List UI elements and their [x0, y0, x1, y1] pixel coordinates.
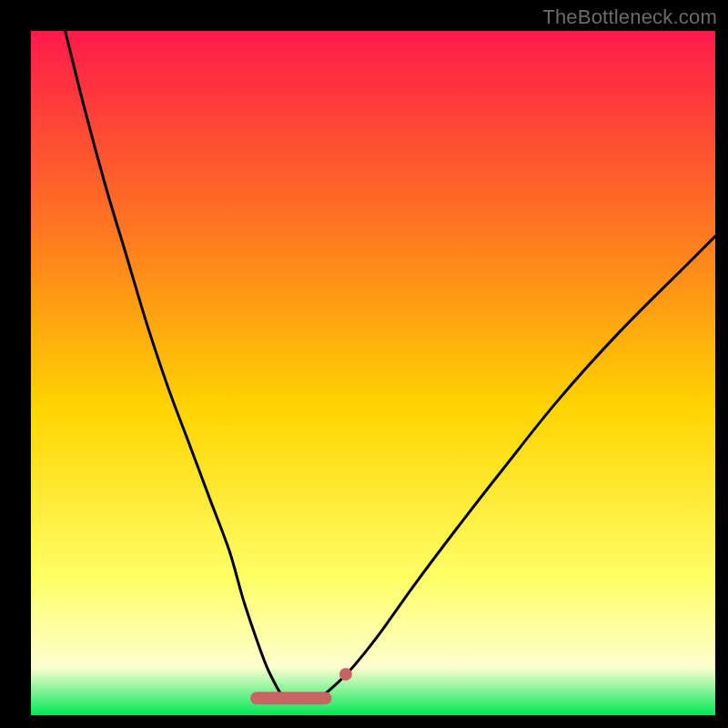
watermark-text: TheBottleneck.com: [542, 5, 717, 29]
isolated-marker: [339, 668, 352, 681]
plot-svg: [31, 31, 715, 715]
plot-area: [31, 31, 715, 715]
chart-frame: TheBottleneck.com: [0, 0, 728, 728]
gradient-background: [31, 31, 715, 715]
